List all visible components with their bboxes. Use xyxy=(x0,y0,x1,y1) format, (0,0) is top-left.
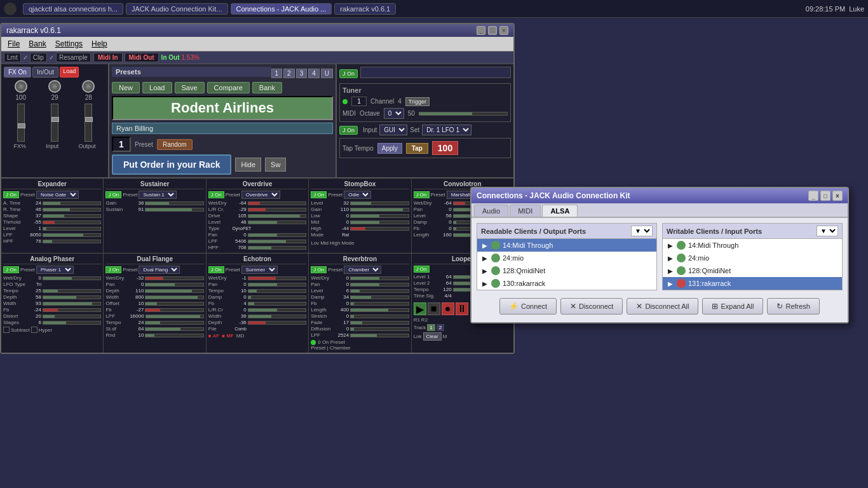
input-fader[interactable] xyxy=(51,104,58,142)
phaser-preset-select[interactable]: Phaser 1 xyxy=(36,266,74,274)
jack-tab-alsa[interactable]: ALSA xyxy=(542,205,578,217)
output-fader[interactable] xyxy=(85,104,92,142)
input-knob[interactable] xyxy=(48,80,61,93)
readable-item-3[interactable]: ▶ 130:rakarrack xyxy=(477,277,656,290)
track-2-btn[interactable]: 2 xyxy=(437,324,444,331)
looper-stop-btn[interactable]: ■ xyxy=(428,302,440,315)
subtract-checkbox[interactable] xyxy=(3,327,10,333)
stompbox-on-btn[interactable]: J On xyxy=(311,191,327,198)
menu-bank[interactable]: Bank xyxy=(25,38,50,50)
analog-phaser-block: Analog Phaser J On Preset Phaser 1 Wet/D… xyxy=(1,254,104,353)
reverb-on-btn[interactable]: J On xyxy=(311,266,327,273)
jack-close-btn[interactable]: × xyxy=(832,191,843,201)
looper-rec-btn[interactable]: ● xyxy=(442,302,454,315)
menu-help[interactable]: Help xyxy=(88,38,111,50)
output-knob[interactable] xyxy=(82,80,95,93)
taskbar-app-qjackctl[interactable]: qjackctl alsa connections h... xyxy=(23,3,123,15)
looper-pause-btn[interactable]: ⏸ xyxy=(456,302,468,315)
overdrive-preset-select[interactable]: Overdrive xyxy=(241,191,280,199)
sustainer-preset-select[interactable]: Sustain 1 xyxy=(139,191,177,199)
maximize-button[interactable]: □ xyxy=(488,26,497,35)
readable-item-0[interactable]: ▶ 14:Midi Through xyxy=(477,239,656,252)
writable-item-3[interactable]: ▶ 131:rakarrack xyxy=(663,277,842,290)
set-lfo-select[interactable]: Dr. 1 LFO 1 xyxy=(422,125,471,135)
load-preset-btn[interactable]: Load xyxy=(142,82,172,93)
echo-preset-select[interactable]: Summer xyxy=(241,266,278,274)
trigger-btn[interactable]: Trigger xyxy=(405,97,430,106)
tab-in-out[interactable]: In/Out xyxy=(32,67,58,78)
close-button[interactable]: × xyxy=(499,26,508,35)
taskbar-app-rakarrack[interactable]: rakarrack v0.6.1 xyxy=(334,3,396,15)
menu-file[interactable]: File xyxy=(4,38,24,50)
input-fader-handle[interactable] xyxy=(51,117,59,122)
page-1-btn[interactable]: 1 xyxy=(271,69,283,78)
menu-settings[interactable]: Settings xyxy=(51,38,86,50)
jack-maximize-btn[interactable]: □ xyxy=(820,191,831,201)
flange-preset-select[interactable]: Dual Flang xyxy=(139,266,180,274)
expander-preset-select[interactable]: Noise Gate xyxy=(36,191,79,199)
fx-fader[interactable] xyxy=(17,104,25,142)
page-2-btn[interactable]: 2 xyxy=(283,69,295,78)
readable-dropdown[interactable]: ▼ xyxy=(631,226,653,236)
writable-item-1[interactable]: ▶ 24:mio xyxy=(663,252,842,264)
tab-fx-on[interactable]: FX On xyxy=(4,67,31,78)
clear-btn[interactable]: Clear xyxy=(423,332,442,341)
stompbox-preset-select[interactable]: Odie xyxy=(344,191,371,199)
tap-btn[interactable]: Tap xyxy=(406,143,428,154)
bank-preset-btn[interactable]: Bank xyxy=(252,82,282,93)
random-btn[interactable]: Random xyxy=(157,139,193,150)
octave-select[interactable]: 0 xyxy=(384,108,404,119)
jack-tab-midi[interactable]: MIDI xyxy=(510,205,541,217)
phaser-on-btn[interactable]: J On xyxy=(3,266,19,273)
disconnect-btn[interactable]: ✕ Disconnect xyxy=(560,298,623,315)
overdrive-block: Overdrive J On Preset Overdrive Wet/Dry-… xyxy=(207,179,309,253)
j-on-lfo[interactable]: J On xyxy=(339,126,358,135)
echo-on-btn[interactable]: J On xyxy=(208,266,224,273)
writable-item-2[interactable]: ▶ 128:QmidiNet xyxy=(663,264,842,277)
page-4-btn[interactable]: 4 xyxy=(308,69,320,78)
readable-item-1[interactable]: ▶ 24:mio xyxy=(477,252,656,264)
apply-btn[interactable]: Apply xyxy=(377,143,402,154)
flange-on-btn[interactable]: J On xyxy=(105,266,121,273)
new-preset-btn[interactable]: New xyxy=(112,82,140,93)
connect-btn[interactable]: ⚡ Connect xyxy=(499,298,557,315)
expand-arrow-0: ▶ xyxy=(481,241,489,249)
readable-item-2[interactable]: ▶ 128:QmidiNet xyxy=(477,264,656,277)
minimize-button[interactable]: _ xyxy=(477,26,485,35)
reverb-preset-select[interactable]: Chamber xyxy=(344,266,381,274)
page-3-btn[interactable]: 3 xyxy=(296,69,308,78)
fx-fader-handle[interactable] xyxy=(18,123,25,128)
looper-play-btn[interactable]: ▶ xyxy=(414,302,426,315)
track-1-btn[interactable]: 1 xyxy=(427,324,435,331)
looper-on-btn[interactable]: J On xyxy=(414,266,430,273)
compare-preset-btn[interactable]: Compare xyxy=(207,82,250,93)
disconnect-all-btn[interactable]: ✕ Disconnect All xyxy=(627,298,698,315)
sustainer-on-btn[interactable]: J On xyxy=(105,191,121,198)
fx-knob[interactable] xyxy=(15,80,27,93)
jack-minimize-btn[interactable]: _ xyxy=(808,191,818,201)
save-preset-btn[interactable]: Save xyxy=(175,82,205,93)
hide-btn[interactable]: Hide xyxy=(235,158,261,172)
sw-btn[interactable]: Sw xyxy=(265,158,286,172)
expand-all-btn[interactable]: ⊞ Expand All xyxy=(702,298,763,315)
jack-tab-audio[interactable]: Audio xyxy=(474,205,508,217)
hyper-checkbox[interactable] xyxy=(31,327,37,333)
expander-on-btn[interactable]: J On xyxy=(3,191,19,198)
tree-icon-0 xyxy=(491,241,500,250)
input-lfo-select[interactable]: GUI xyxy=(379,125,407,135)
load-btn[interactable]: Load xyxy=(60,67,79,78)
writable-dropdown[interactable]: ▼ xyxy=(817,226,838,236)
preset-num-row: 1 Preset Random xyxy=(112,137,333,152)
writable-item-0[interactable]: ▶ 14:Midi Through xyxy=(663,239,842,252)
refresh-btn[interactable]: ↻ Refresh xyxy=(767,298,820,315)
put-order-btn[interactable]: Put Order in your Rack xyxy=(112,154,231,175)
taskbar-app-connections[interactable]: Connections - JACK Audio ... xyxy=(231,3,332,15)
taskbar-app-jack[interactable]: JACK Audio Connection Kit... xyxy=(126,3,227,15)
convolotron-on-btn[interactable]: J On xyxy=(414,191,430,198)
channel-num[interactable]: 1 xyxy=(351,97,367,106)
output-fader-handle[interactable] xyxy=(85,117,93,122)
page-u-btn[interactable]: U xyxy=(321,69,333,78)
j-on-button-1[interactable]: J On xyxy=(339,69,358,78)
preset-number[interactable]: 1 xyxy=(112,137,131,152)
overdrive-on-btn[interactable]: J On xyxy=(208,191,224,198)
